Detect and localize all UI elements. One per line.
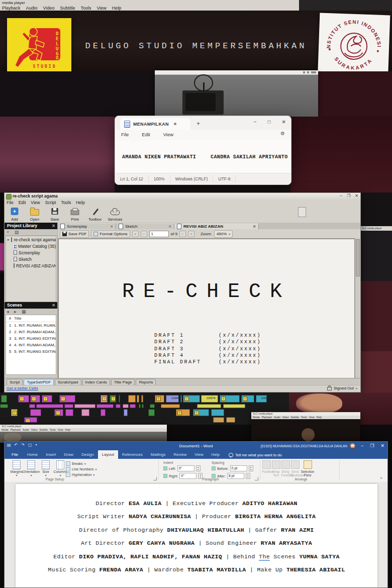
ribbon-tab-view[interactable]: View xyxy=(190,450,207,459)
toolbar-print-button[interactable]: Print xyxy=(65,206,85,222)
ribbon-breaks-button[interactable]: Breaks▾ xyxy=(66,461,86,466)
minimize-button[interactable]: − xyxy=(361,442,363,450)
timeline-clip[interactable] xyxy=(81,409,89,416)
signed-out-menu[interactable]: Signed Out▾ xyxy=(327,386,357,390)
notepad-menu-view[interactable]: View xyxy=(163,132,173,137)
timeline-clip[interactable] xyxy=(148,409,155,416)
timeline-clip[interactable] xyxy=(124,409,128,416)
celtx-menu-edit[interactable]: Edit xyxy=(19,200,26,205)
toolbar-add-button[interactable]: +Add xyxy=(5,206,25,222)
timeline-clip[interactable]: C0074 xyxy=(201,395,218,403)
tree-item-screenplay[interactable]: Screenplay xyxy=(6,249,56,256)
player-menu-playback[interactable]: Playback xyxy=(2,6,21,11)
timeline-clip[interactable] xyxy=(141,395,143,403)
tree-item-sketch[interactable]: Sketch xyxy=(6,256,56,262)
timeline-clip[interactable]: f xyxy=(220,395,240,403)
ribbon-tab-references[interactable]: References xyxy=(118,450,147,459)
indent-left-input[interactable]: 0" xyxy=(177,465,194,471)
timeline-clip[interactable] xyxy=(139,404,141,408)
view-tab-scratchpad[interactable]: Scratchpad xyxy=(55,379,81,385)
timeline-clip[interactable]: f xyxy=(110,395,116,403)
close-tab-icon[interactable]: ✕ xyxy=(110,225,113,229)
scrollbar-thumb[interactable] xyxy=(356,239,360,276)
collapse-ribbon-icon[interactable]: ˄ xyxy=(380,476,382,480)
timeline-clip[interactable] xyxy=(161,404,180,408)
tree-item-master-catalog-35[interactable]: Master Catalog (35) xyxy=(6,243,56,249)
timeline-clip[interactable]: f xyxy=(101,395,108,403)
timeline-clip[interactable] xyxy=(123,404,129,408)
notepad-tab[interactable]: MENAMPILKAN xyxy=(120,118,190,130)
timeline-clip[interactable] xyxy=(142,404,144,408)
view-tab-script[interactable]: Script xyxy=(7,379,23,385)
tree-item-revisi-abiz-abizan[interactable]: REVISI ABIZ ABIZAN xyxy=(6,262,56,269)
timeline-clip[interactable] xyxy=(130,404,136,408)
close-button[interactable]: ✕ xyxy=(380,442,384,450)
ribbon-line-numbers-button[interactable]: Line Numbers▾ xyxy=(66,467,97,471)
ribbon-hyphenation-button[interactable]: Hyphenation▾ xyxy=(66,472,94,477)
scene-row[interactable]: 55. INT. RUANG EDITIN... xyxy=(6,348,56,355)
timeline-clip[interactable]: f xyxy=(155,395,164,403)
timeline-clip[interactable] xyxy=(223,404,245,408)
toolbar-open-button[interactable]: Open xyxy=(25,206,45,222)
scene-row[interactable]: 22. INT. RUMAH ADAM,... xyxy=(6,329,56,335)
timeline-clip[interactable]: f xyxy=(176,409,190,416)
ribbon-tab-draw[interactable]: Draw xyxy=(60,450,77,459)
celtx-menu-view[interactable]: View xyxy=(31,200,40,205)
timeline-clip[interactable]: f xyxy=(24,417,37,423)
ribbon-tab-layout[interactable]: Layout xyxy=(98,450,118,459)
ribbon-tab-file[interactable]: File xyxy=(7,450,23,459)
timeline-clip[interactable] xyxy=(1,395,7,403)
timeline-clip[interactable]: f xyxy=(193,409,209,416)
timeline-clip[interactable] xyxy=(116,404,121,408)
spinner[interactable]: ▲▼ xyxy=(246,473,250,479)
get-better-celtx-link[interactable]: Get a better Celtx xyxy=(7,386,38,390)
scene-row[interactable]: 44. INT. RUMAH ADAM,... xyxy=(6,342,56,348)
ribbon-tab-help[interactable]: Help xyxy=(208,450,224,459)
player-menu-view[interactable]: View xyxy=(96,6,106,11)
timeline-clip[interactable]: f xyxy=(30,395,40,403)
timeline-clip[interactable]: f xyxy=(11,409,18,416)
tree-root[interactable]: ▸re-check script agama xyxy=(6,236,56,243)
timeline-clip[interactable]: f xyxy=(42,395,52,403)
word-page[interactable]: Director ESA AULIA | Executive Producer … xyxy=(16,484,377,587)
timeline-clip[interactable] xyxy=(74,404,95,408)
spinner[interactable]: ▲▼ xyxy=(249,465,253,471)
timeline-clip[interactable] xyxy=(65,409,73,416)
celtx-menu-tools[interactable]: Tools xyxy=(61,200,71,205)
view-tab-typeset-pdf[interactable]: TypeSet/PDF xyxy=(24,379,54,385)
timeline-clip[interactable]: f xyxy=(54,409,63,416)
last-page-button[interactable]: » xyxy=(188,231,194,237)
prev-page-button[interactable]: ‹ xyxy=(141,231,147,237)
spacing-before-input[interactable]: 0 pt xyxy=(230,465,247,471)
toolbar-save-button[interactable]: Save xyxy=(45,206,65,222)
timeline-clip[interactable] xyxy=(119,395,120,403)
tell-me-box[interactable]: Tell me what you want to do xyxy=(229,453,282,459)
ribbon-tab-design[interactable]: Design xyxy=(77,450,98,459)
spinner[interactable]: ▲▼ xyxy=(196,465,201,471)
notepad-editor[interactable]: AMANDA NIKEN PRATMAWATI CANDRA SAKILAH A… xyxy=(115,140,291,173)
ribbon-display-icon[interactable]: ⬒ xyxy=(351,442,354,450)
zoom-select[interactable]: 450%▾ xyxy=(214,230,233,238)
timeline-clip[interactable]: C0085 xyxy=(256,395,267,403)
close-tab-icon[interactable]: ✕ xyxy=(168,225,171,229)
new-tab-button[interactable]: + xyxy=(197,120,200,127)
project-library-tools[interactable]: + ▤ xyxy=(5,229,57,236)
ribbon-tab-home[interactable]: Home xyxy=(23,450,42,459)
first-page-button[interactable]: « xyxy=(132,231,139,237)
close-button[interactable]: ✕ xyxy=(355,193,358,198)
player-menu-tools[interactable]: Tools xyxy=(80,6,91,11)
timeline-clip[interactable] xyxy=(137,395,139,403)
player-menu-help[interactable]: Help xyxy=(112,6,122,11)
format-options-button[interactable]: Format Options xyxy=(91,230,130,238)
celtx-menu-help[interactable]: Help xyxy=(76,200,84,205)
scene-row[interactable]: 33. INT. RUANG EDITIN... xyxy=(6,335,56,342)
save-pdf-button[interactable]: Save PDF xyxy=(60,230,89,238)
ribbon-tab-insert[interactable]: Insert xyxy=(42,450,60,459)
timeline-clip[interactable] xyxy=(0,404,8,408)
timeline-clip[interactable] xyxy=(150,404,155,408)
timeline-clip[interactable] xyxy=(180,395,182,403)
timeline-clip[interactable]: f xyxy=(59,395,75,403)
doc-tab-screenplay[interactable]: Screenplay✕ xyxy=(58,223,116,229)
page-number-input[interactable]: 1 xyxy=(149,231,169,237)
ribbon-tab-mailings[interactable]: Mailings xyxy=(147,450,169,459)
